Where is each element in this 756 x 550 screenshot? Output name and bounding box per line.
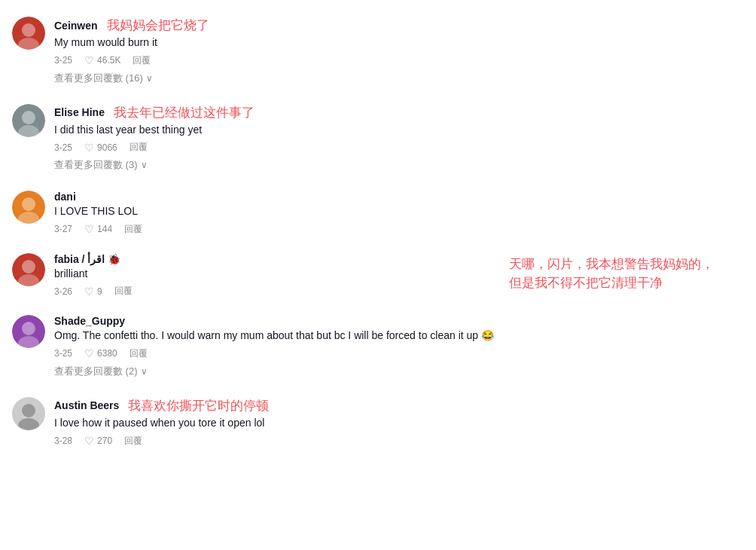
comment-block-ceinwen: Ceinwen 我妈妈会把它烧了 My mum would burn it 3-…	[12, 9, 744, 93]
like-button-dani[interactable]: ♡ 144	[84, 223, 112, 235]
comment-text-dani: I LOVE THIS LOL	[54, 204, 744, 219]
chevron-down-icon-ceinwen: ∨	[146, 73, 153, 84]
translation-ceinwen: 我妈妈会把它烧了	[107, 17, 209, 34]
avatar-ceinwen	[12, 17, 45, 50]
reply-button-ceinwen[interactable]: 回覆	[133, 54, 151, 67]
comment-date-fabia: 3-26	[54, 286, 72, 297]
username-ceinwen: Ceinwen	[54, 20, 98, 32]
heart-icon-austin_beers: ♡	[84, 435, 94, 447]
comment-text-elise_hine: I did this last year best thing yet	[54, 123, 744, 138]
comment-text-austin_beers: I love how it paused when you tore it op…	[54, 416, 744, 431]
heart-icon-ceinwen: ♡	[84, 54, 94, 66]
comment-date-austin_beers: 3-28	[54, 435, 72, 446]
comment-date-dani: 3-27	[54, 224, 72, 234]
avatar-shade_guppy	[12, 315, 45, 348]
like-count-dani: 144	[97, 224, 112, 234]
comment-block-dani: dani I LOVE THIS LOL 3-27 ♡ 144 回覆	[12, 183, 744, 243]
comment-block-elise_hine: Elise Hine 我去年已经做过这件事了 I did this last y…	[12, 96, 744, 181]
svg-point-1	[22, 23, 35, 37]
comment-block-fabia: fabia / اقرأ 🐞 brilliant 3-26 ♡ 9 回覆 天哪，…	[12, 246, 744, 305]
svg-point-16	[22, 404, 35, 417]
svg-point-7	[22, 197, 35, 211]
reply-button-fabia[interactable]: 回覆	[114, 285, 133, 298]
show-more-label-shade_guppy: 查看更多回覆數 (2)	[54, 365, 138, 378]
comment-block-shade_guppy: Shade_Guppy Omg. The confetti tho. I wou…	[12, 307, 744, 387]
translation-austin_beers: 我喜欢你撕开它时的停顿	[128, 397, 269, 414]
show-more-ceinwen[interactable]: 查看更多回覆數 (16) ∨	[54, 72, 744, 85]
reply-button-elise_hine[interactable]: 回覆	[130, 141, 148, 154]
divider-austin_beers	[12, 452, 744, 453]
like-count-ceinwen: 46.5K	[97, 55, 120, 66]
heart-icon-dani: ♡	[84, 223, 94, 235]
comment-meta-shade_guppy: 3-25 ♡ 6380 回覆	[54, 347, 744, 360]
like-count-austin_beers: 270	[97, 435, 112, 446]
like-button-ceinwen[interactable]: ♡ 46.5K	[84, 54, 120, 66]
divider-dani	[12, 240, 744, 241]
divider-ceinwen	[12, 91, 744, 92]
svg-point-13	[22, 322, 35, 335]
comment-text-ceinwen: My mum would burn it	[54, 35, 744, 50]
translation-multiline: 天哪，闪片，我本想警告我妈妈的，但是我不得不把它清理干净	[509, 254, 714, 292]
comment-meta-ceinwen: 3-25 ♡ 46.5K 回覆	[54, 54, 744, 67]
comment-date-shade_guppy: 3-25	[54, 348, 72, 359]
heart-icon-fabia: ♡	[84, 286, 94, 298]
like-button-shade_guppy[interactable]: ♡ 6380	[84, 347, 117, 359]
like-button-austin_beers[interactable]: ♡ 270	[84, 435, 112, 447]
comment-date-elise_hine: 3-25	[54, 142, 72, 153]
username-elise_hine: Elise Hine	[54, 106, 105, 118]
show-more-elise_hine[interactable]: 查看更多回覆數 (3) ∨	[54, 158, 744, 172]
comment-meta-dani: 3-27 ♡ 144 回覆	[54, 223, 744, 236]
username-fabia: fabia / اقرأ 🐞	[54, 253, 120, 265]
svg-point-4	[22, 111, 35, 124]
avatar-austin_beers	[12, 397, 45, 430]
avatar-elise_hine	[12, 104, 45, 137]
chevron-down-icon-elise_hine: ∨	[141, 160, 148, 170]
comment-content-austin_beers: Austin Beers 我喜欢你撕开它时的停顿 I love how it p…	[54, 397, 744, 448]
show-more-shade_guppy[interactable]: 查看更多回覆數 (2) ∨	[54, 365, 744, 378]
comment-meta-elise_hine: 3-25 ♡ 9066 回覆	[54, 141, 744, 154]
heart-icon-shade_guppy: ♡	[84, 347, 94, 359]
comment-content-elise_hine: Elise Hine 我去年已经做过这件事了 I did this last y…	[54, 104, 744, 154]
like-count-shade_guppy: 6380	[97, 348, 117, 359]
avatar-dani	[12, 191, 45, 224]
show-more-label-ceinwen: 查看更多回覆數 (16)	[54, 72, 143, 85]
reply-button-shade_guppy[interactable]: 回覆	[130, 347, 148, 360]
like-count-elise_hine: 9066	[97, 142, 117, 153]
divider-fabia	[12, 302, 744, 303]
divider-elise_hine	[12, 178, 744, 179]
username-shade_guppy: Shade_Guppy	[54, 315, 125, 327]
divider-shade_guppy	[12, 384, 744, 385]
comment-content-ceinwen: Ceinwen 我妈妈会把它烧了 My mum would burn it 3-…	[54, 17, 744, 67]
heart-icon-elise_hine: ♡	[84, 142, 94, 154]
comment-content-dani: dani I LOVE THIS LOL 3-27 ♡ 144 回覆	[54, 191, 744, 236]
comment-text-shade_guppy: Omg. The confetti tho. I would warn my m…	[54, 328, 744, 344]
show-more-label-elise_hine: 查看更多回覆數 (3)	[54, 158, 138, 172]
username-austin_beers: Austin Beers	[54, 399, 119, 411]
comment-content-shade_guppy: Shade_Guppy Omg. The confetti tho. I wou…	[54, 315, 744, 360]
like-button-fabia[interactable]: ♡ 9	[84, 286, 102, 298]
comment-date-ceinwen: 3-25	[54, 55, 72, 66]
avatar-fabia	[12, 253, 45, 286]
comment-block-austin_beers: Austin Beers 我喜欢你撕开它时的停顿 I love how it p…	[12, 390, 744, 454]
translation-elise_hine: 我去年已经做过这件事了	[114, 104, 255, 121]
chevron-down-icon-shade_guppy: ∨	[141, 366, 148, 377]
reply-button-dani[interactable]: 回覆	[124, 223, 142, 236]
svg-point-10	[22, 260, 35, 273]
reply-button-austin_beers[interactable]: 回覆	[124, 435, 142, 448]
comment-meta-austin_beers: 3-28 ♡ 270 回覆	[54, 435, 744, 448]
like-button-elise_hine[interactable]: ♡ 9066	[84, 142, 117, 154]
like-count-fabia: 9	[97, 286, 102, 297]
username-dani: dani	[54, 191, 76, 203]
